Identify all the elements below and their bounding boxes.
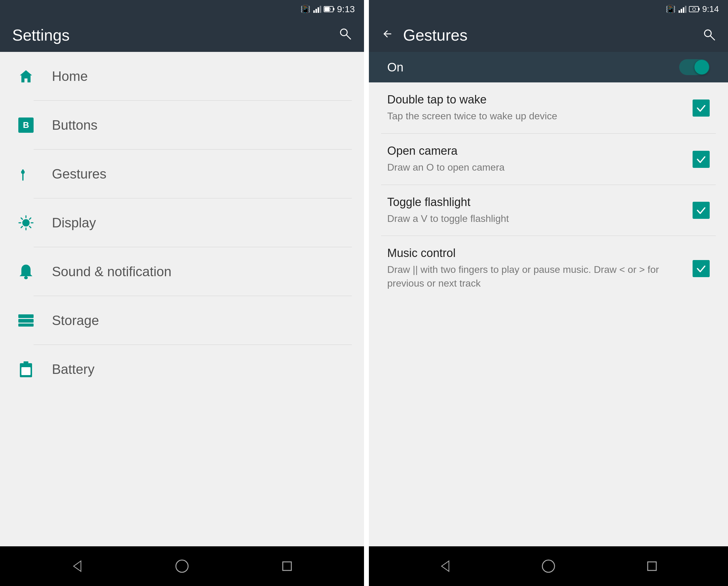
gesture-item-music[interactable]: Music control Draw || with two fingers t…	[369, 236, 728, 301]
gesture-item-flashlight[interactable]: Toggle flashlight Draw a V to toggle fla…	[369, 185, 728, 236]
right-battery-icon	[689, 5, 700, 13]
right-nav-bar	[369, 546, 728, 586]
settings-item-buttons[interactable]: B Buttons	[0, 101, 364, 150]
right-time: 9:14	[702, 4, 719, 14]
right-status-icons: 📳 9:14	[666, 4, 719, 14]
svg-rect-27	[24, 362, 28, 363]
vibrate-icon: 📳	[301, 5, 310, 14]
settings-search-button[interactable]	[338, 27, 352, 44]
display-label: Display	[52, 215, 96, 231]
storage-icon	[15, 310, 37, 331]
music-desc: Draw || with two fingers to play or paus…	[387, 263, 683, 290]
right-recents-nav-button[interactable]	[640, 554, 664, 578]
svg-rect-1	[315, 9, 317, 13]
settings-item-storage[interactable]: Storage	[0, 296, 364, 345]
gesture-item-double-tap[interactable]: Double tap to wake Tap the screen twice …	[369, 82, 728, 134]
svg-point-23	[24, 276, 28, 279]
home-icon	[15, 65, 37, 87]
svg-rect-24	[18, 314, 33, 318]
music-checkbox[interactable]	[693, 260, 710, 277]
settings-item-home[interactable]: Home	[0, 52, 364, 101]
settings-item-battery[interactable]: Battery	[0, 345, 364, 394]
right-back-nav-button[interactable]	[433, 554, 457, 578]
signal-icon	[313, 5, 321, 14]
svg-rect-5	[333, 8, 334, 10]
svg-line-9	[346, 35, 350, 39]
svg-rect-3	[320, 6, 321, 13]
gestures-toggle-row: On	[369, 52, 728, 82]
gestures-back-button[interactable]	[381, 27, 394, 44]
settings-title: Settings	[12, 26, 70, 44]
camera-desc: Draw an O to open camera	[387, 161, 683, 174]
music-title: Music control	[387, 247, 683, 260]
settings-item-display[interactable]: Display	[0, 198, 364, 247]
svg-point-13	[22, 169, 24, 171]
svg-marker-10	[20, 70, 32, 82]
right-signal-icon	[678, 5, 686, 14]
flashlight-checkbox[interactable]	[693, 202, 710, 219]
left-time: 9:13	[337, 4, 355, 14]
buttons-icon: B	[15, 114, 37, 136]
svg-rect-45	[648, 562, 656, 570]
flashlight-desc: Draw a V to toggle flashlight	[387, 212, 683, 225]
svg-rect-26	[18, 323, 33, 326]
gesture-item-camera[interactable]: Open camera Draw an O to open camera	[369, 134, 728, 185]
battery-menu-icon	[15, 358, 37, 380]
gestures-app-bar: Gestures	[369, 18, 728, 52]
camera-title: Open camera	[387, 144, 683, 158]
double-tap-desc: Tap the screen twice to wake up device	[387, 109, 683, 123]
svg-marker-43	[442, 561, 449, 571]
settings-list: Home B Buttons Gestures	[0, 52, 364, 546]
gestures-label: Gestures	[52, 166, 107, 182]
home-nav-button[interactable]	[170, 554, 194, 578]
svg-rect-38	[698, 8, 700, 10]
svg-rect-2	[318, 7, 319, 13]
svg-marker-30	[74, 561, 81, 571]
gestures-list: Double tap to wake Tap the screen twice …	[369, 82, 728, 546]
svg-line-19	[21, 218, 23, 219]
display-icon	[15, 212, 37, 234]
sound-label: Sound & notification	[52, 264, 171, 279]
svg-point-39	[693, 8, 696, 11]
right-status-bar: 📳 9:14	[369, 0, 728, 18]
left-nav-bar	[0, 546, 364, 586]
svg-rect-0	[313, 10, 315, 13]
svg-point-8	[340, 29, 347, 36]
gestures-search-button[interactable]	[702, 28, 716, 43]
flashlight-title: Toggle flashlight	[387, 196, 683, 209]
svg-rect-34	[681, 9, 682, 13]
svg-rect-33	[678, 10, 680, 13]
double-tap-checkbox[interactable]	[693, 100, 710, 116]
right-home-nav-button[interactable]	[536, 554, 561, 578]
settings-panel: 📳 9:13 Settings	[0, 0, 364, 586]
left-status-icons: 📳 9:13	[301, 4, 355, 14]
camera-checkbox[interactable]	[693, 151, 710, 168]
home-label: Home	[52, 69, 88, 84]
double-tap-title: Double tap to wake	[387, 93, 683, 106]
settings-item-sound[interactable]: Sound & notification	[0, 247, 364, 296]
settings-app-bar: Settings	[0, 18, 364, 52]
left-status-bar: 📳 9:13	[0, 0, 364, 18]
back-nav-button[interactable]	[65, 554, 89, 578]
svg-line-22	[21, 227, 23, 228]
svg-rect-32	[283, 562, 291, 570]
svg-rect-25	[18, 319, 33, 323]
svg-line-42	[710, 36, 714, 40]
storage-label: Storage	[52, 313, 99, 328]
right-vibrate-icon: 📳	[666, 5, 675, 14]
recents-nav-button[interactable]	[275, 554, 299, 578]
svg-line-21	[30, 218, 31, 219]
svg-point-44	[542, 560, 554, 572]
svg-point-31	[176, 560, 188, 572]
svg-rect-29	[21, 367, 30, 375]
gestures-header: 📳 9:14	[369, 0, 728, 52]
battery-label: Battery	[52, 362, 94, 377]
svg-point-14	[22, 219, 30, 227]
gestures-toggle-switch[interactable]	[679, 59, 710, 75]
svg-rect-36	[685, 6, 686, 13]
settings-item-gestures[interactable]: Gestures	[0, 150, 364, 198]
panel-divider	[364, 0, 369, 586]
bell-icon	[15, 261, 37, 282]
gestures-icon	[15, 163, 37, 185]
svg-rect-37	[689, 6, 698, 12]
